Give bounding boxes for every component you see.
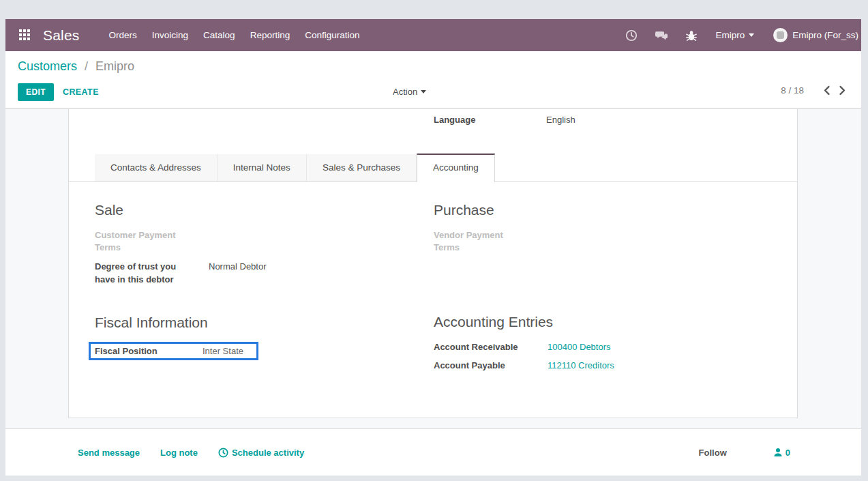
user-name: Emipro (For_ss): [792, 30, 858, 40]
customer-payment-terms-value[interactable]: [209, 229, 422, 254]
follow-button[interactable]: Follow: [699, 448, 727, 458]
avatar: [773, 28, 788, 42]
accounting-entry-fields: Account Receivable 100400 Debtors Accoun…: [434, 341, 785, 371]
form-view: Language English Contacts & Addresses In…: [5, 109, 861, 428]
tab-accounting[interactable]: Accounting: [417, 154, 495, 182]
debug-bug-icon[interactable]: [685, 29, 698, 42]
breadcrumb-customers-link[interactable]: Customers: [18, 59, 77, 73]
control-panel: Customers / Emipro EDIT CREATE Action 8 …: [5, 51, 861, 109]
chevron-right-icon: [839, 85, 846, 96]
menu-invoicing[interactable]: Invoicing: [145, 19, 196, 51]
accounting-entries-title: Accounting Entries: [434, 314, 785, 330]
tab-contacts-addresses[interactable]: Contacts & Addresses: [95, 154, 218, 181]
followers-counter[interactable]: 0: [773, 448, 790, 458]
menu-configuration[interactable]: Configuration: [297, 19, 367, 51]
messages-icon[interactable]: [655, 29, 668, 42]
account-payable-label: Account Payable: [434, 360, 548, 372]
breadcrumb-separator: /: [85, 59, 88, 73]
chevron-down-icon: [749, 33, 754, 37]
fiscal-position-highlight-box: Fiscal Position Inter State: [89, 342, 258, 360]
navbar-right: Emipro Emipro (For_ss): [608, 28, 861, 42]
sale-section-title: Sale: [95, 202, 422, 218]
tab-sales-purchases[interactable]: Sales & Purchases: [307, 154, 417, 181]
create-button[interactable]: CREATE: [63, 87, 99, 97]
top-navbar: Sales Orders Invoicing Catalog Reporting…: [5, 19, 861, 51]
account-receivable-link[interactable]: 100400 Debtors: [548, 342, 611, 352]
schedule-activity-button[interactable]: Schedule activity: [218, 448, 304, 458]
degree-of-trust-value[interactable]: Normal Debtor: [209, 261, 422, 285]
fiscal-position-label: Fiscal Position: [95, 345, 203, 357]
main-menu: Orders Invoicing Catalog Reporting Confi…: [102, 19, 368, 51]
send-message-button[interactable]: Send message: [78, 448, 140, 458]
action-dropdown[interactable]: Action: [393, 87, 426, 97]
chevron-down-icon: [421, 90, 426, 93]
sale-fields: Customer Payment Terms Degree of trust y…: [95, 229, 422, 286]
pager-value: 8 / 18: [781, 85, 804, 96]
menu-orders[interactable]: Orders: [102, 19, 145, 51]
apps-grid-icon[interactable]: [19, 29, 31, 41]
fiscal-position-value[interactable]: Inter State: [203, 345, 256, 357]
action-label: Action: [393, 87, 417, 97]
chevron-left-icon: [823, 85, 830, 96]
user-menu[interactable]: Emipro (For_ss): [773, 28, 858, 42]
language-field-value: English: [546, 115, 575, 125]
menu-reporting[interactable]: Reporting: [243, 19, 298, 51]
degree-of-trust-label: Degree of trust you have in this debtor: [95, 261, 209, 285]
pager-previous-button[interactable]: [819, 85, 835, 96]
purchase-fields: Vendor Payment Terms: [434, 229, 785, 254]
language-field-label: Language: [434, 115, 475, 125]
app-name[interactable]: Sales: [43, 27, 80, 44]
menu-catalog[interactable]: Catalog: [196, 19, 243, 51]
form-sheet: Language English Contacts & Addresses In…: [68, 109, 798, 418]
company-switcher[interactable]: Emipro: [715, 30, 754, 40]
chatter-bar: Send message Log note Schedule activity …: [5, 428, 861, 476]
company-name: Emipro: [715, 30, 745, 40]
odoo-window: Sales Orders Invoicing Catalog Reporting…: [5, 19, 861, 476]
log-note-button[interactable]: Log note: [160, 448, 198, 458]
breadcrumb: Customers / Emipro: [18, 59, 134, 74]
activity-clock-icon[interactable]: [625, 29, 638, 42]
schedule-clock-icon: [218, 448, 228, 458]
record-pager: 8 / 18: [781, 85, 850, 96]
vendor-payment-terms-label: Vendor Payment Terms: [434, 229, 548, 254]
right-column: Purchase Vendor Payment Terms Accounting…: [434, 202, 785, 372]
follower-count: 0: [785, 448, 790, 458]
follower-person-icon: [773, 448, 783, 457]
schedule-activity-label: Schedule activity: [232, 448, 304, 458]
account-receivable-label: Account Receivable: [434, 341, 548, 353]
notebook-tabs: Contacts & Addresses Internal Notes Sale…: [69, 154, 797, 182]
vendor-payment-terms-value[interactable]: [548, 229, 785, 254]
fiscal-information-title: Fiscal Information: [95, 315, 422, 331]
tab-internal-notes[interactable]: Internal Notes: [218, 154, 307, 181]
pager-next-button[interactable]: [835, 85, 850, 96]
breadcrumb-current: Emipro: [95, 59, 134, 73]
left-column: Sale Customer Payment Terms Degree of tr…: [95, 202, 422, 360]
purchase-section-title: Purchase: [434, 202, 785, 218]
customer-payment-terms-label: Customer Payment Terms: [95, 229, 209, 254]
edit-button[interactable]: EDIT: [18, 83, 54, 101]
account-payable-link[interactable]: 112110 Creditors: [548, 360, 614, 370]
